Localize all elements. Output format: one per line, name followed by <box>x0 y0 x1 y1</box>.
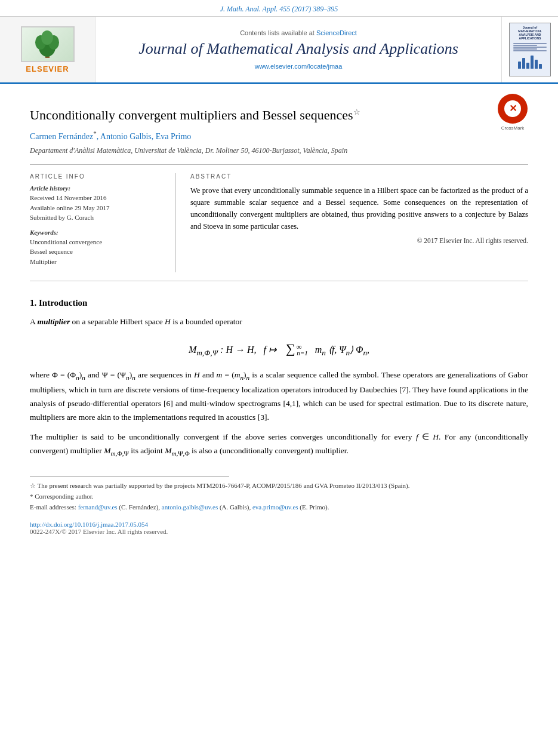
email-2[interactable]: antonio.galbis@uv.es <box>162 503 218 511</box>
email-line: E-mail addresses: fernand@uv.es (C. Fern… <box>30 502 528 513</box>
keywords-label: Keywords: <box>30 229 161 236</box>
mini-cover-title: Journal ofMATHEMATICALANALYSIS ANDAPPLIC… <box>518 26 542 40</box>
affiliation: Departament d'Anàlisi Matemàtica, Univer… <box>30 145 528 156</box>
and-word: and <box>88 370 100 379</box>
email-2-name: (A. Galbis), <box>220 503 251 511</box>
elsevier-name: ELSEVIER <box>21 64 75 73</box>
vertical-divider <box>175 173 176 272</box>
svg-point-4 <box>41 30 53 45</box>
footnote-divider <box>30 477 229 477</box>
title-star: ☆ <box>353 107 360 116</box>
footnote-2: * Corresponding author. <box>30 491 528 502</box>
keyword-1: Unconditional convergence <box>30 237 161 247</box>
email-1[interactable]: fernand@uv.es <box>78 503 118 511</box>
email-3[interactable]: eva.primo@uv.es <box>252 503 298 511</box>
introduction-body: A multiplier on a separable Hilbert spac… <box>30 315 528 459</box>
history-label: Article history: <box>30 185 161 192</box>
copyright-line: © 2017 Elsevier Inc. All rights reserved… <box>190 237 528 244</box>
header-center: Contents lists available at ScienceDirec… <box>95 17 501 82</box>
sciencedirect-link[interactable]: ScienceDirect <box>316 29 357 36</box>
main-content: ✕ CrossMark Unconditionally convergent m… <box>0 84 558 547</box>
keyword-2: Bessel sequence <box>30 247 161 257</box>
divider-2 <box>30 281 528 281</box>
contents-line: Contents lists available at ScienceDirec… <box>240 29 357 36</box>
intro-para-2: where Φ = (Φn)n and Ψ = (Ψn)n are sequen… <box>30 368 528 425</box>
elsevier-logo-area: ELSEVIER <box>0 17 95 82</box>
journal-cover: Journal ofMATHEMATICALANALYSIS ANDAPPLIC… <box>501 17 558 82</box>
email-label: E-mail addresses: <box>30 503 76 511</box>
doi-line[interactable]: http://dx.doi.org/10.1016/j.jmaa.2017.05… <box>30 521 528 528</box>
intro-para-3: The multiplier is said to be uncondition… <box>30 431 528 459</box>
available-date: Available online 29 May 2017 <box>30 203 161 213</box>
keyword-3: Multiplier <box>30 257 161 267</box>
received-date: Received 14 November 2016 <box>30 193 161 203</box>
citation-text: J. Math. Anal. Appl. 455 (2017) 389–395 <box>220 5 338 13</box>
article-history: Article history: Received 14 November 20… <box>30 185 161 223</box>
formula-display: Mm,Φ,Ψ : H → H, f ↦ ∑∞n=1 mn ⟨f, Ψn⟩ Φn, <box>30 337 528 360</box>
crossmark-badge[interactable]: ✕ CrossMark <box>497 93 528 131</box>
svg-text:✕: ✕ <box>509 103 517 113</box>
footnote-1: ☆ The present research was partially sup… <box>30 481 528 491</box>
issn-line: 0022-247X/© 2017 Elsevier Inc. All right… <box>30 528 528 535</box>
section-title-introduction: 1. Introduction <box>30 298 528 308</box>
authors-line: Carmen Fernández*, Antonio Galbis, Eva P… <box>30 130 528 142</box>
journal-url[interactable]: www.elsevier.com/locate/jmaa <box>255 63 343 70</box>
citation-bar: J. Math. Anal. Appl. 455 (2017) 389–395 <box>0 0 558 17</box>
divider-1 <box>30 164 528 165</box>
article-info: ARTICLE INFO Article history: Received 1… <box>30 173 161 272</box>
keywords-section: Keywords: Unconditional convergence Bess… <box>30 229 161 267</box>
term-multiplier: multiplier <box>37 317 70 326</box>
abstract-label: ABSTRACT <box>190 173 528 180</box>
email-1-name: (C. Fernández), <box>119 503 160 511</box>
intro-para-1: A multiplier on a separable Hilbert spac… <box>30 315 528 329</box>
email-3-name: (E. Primo). <box>300 503 329 511</box>
submitted-by: Submitted by G. Corach <box>30 213 161 223</box>
abstract-section: ABSTRACT We prove that every uncondition… <box>190 173 528 272</box>
authors-text: Carmen Fernández*, Antonio Galbis, Eva P… <box>30 132 191 141</box>
journal-header: ELSEVIER Contents lists available at Sci… <box>0 17 558 84</box>
article-title: Unconditionally convergent multipliers a… <box>30 107 528 124</box>
article-info-label: ARTICLE INFO <box>30 173 161 180</box>
footnotes: ☆ The present research was partially sup… <box>30 481 528 512</box>
journal-title: Journal of Mathematical Analysis and App… <box>138 39 458 59</box>
info-abstract-section: ARTICLE INFO Article history: Received 1… <box>30 173 528 272</box>
abstract-text: We prove that every unconditionally summ… <box>190 185 528 232</box>
